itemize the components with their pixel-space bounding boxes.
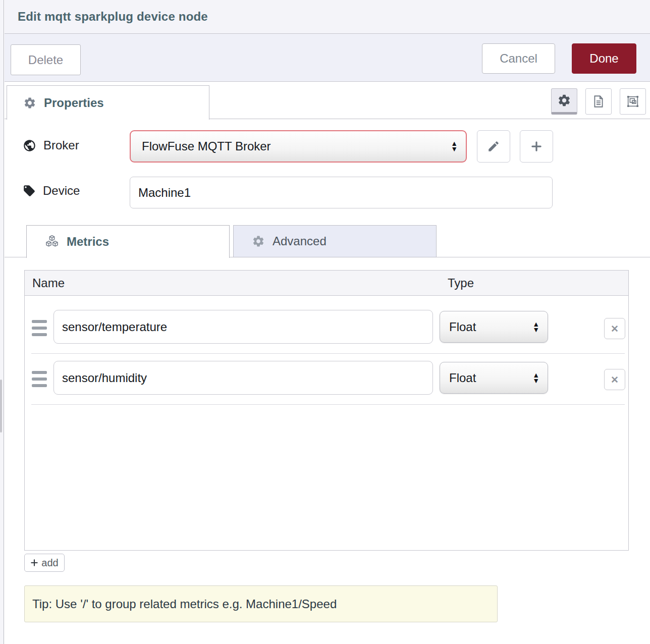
tab-properties-label: Properties	[44, 96, 104, 110]
column-header-type: Type	[448, 276, 474, 290]
metric-type-select[interactable]: Float ▲▼	[440, 362, 548, 394]
tip-text: Tip: Use '/' to group related metrics e.…	[32, 597, 337, 611]
metric-type-value: Float	[449, 371, 532, 385]
device-label: Device	[43, 184, 80, 198]
broker-label: Broker	[43, 138, 79, 152]
tag-icon	[23, 184, 36, 197]
device-label-row: Device	[23, 184, 80, 198]
metric-name-input[interactable]	[53, 361, 433, 395]
gear-icon	[23, 96, 36, 110]
metric-type-value: Float	[449, 320, 532, 334]
delete-button[interactable]: Delete	[11, 44, 81, 75]
globe-icon	[23, 139, 36, 152]
drag-handle[interactable]	[32, 371, 47, 387]
description-icon	[591, 94, 606, 109]
broker-select[interactable]: FlowFuse MQTT Broker ▲▼	[130, 130, 467, 163]
tab-metrics-label: Metrics	[67, 235, 109, 249]
metrics-rows: Float ▲▼ ✕ Float ▲▼ ✕	[25, 296, 628, 405]
close-icon: ✕	[611, 323, 619, 335]
select-arrows-icon: ▲▼	[532, 372, 539, 384]
select-arrows-icon: ▲▼	[451, 141, 458, 152]
add-metric-button[interactable]: add	[24, 554, 65, 572]
remove-row-button[interactable]: ✕	[604, 369, 625, 390]
broker-label-row: Broker	[23, 138, 79, 152]
tip-box: Tip: Use '/' to group related metrics e.…	[24, 585, 498, 622]
row-divider	[31, 404, 625, 405]
tab-advanced-label: Advanced	[273, 234, 327, 248]
tab-properties[interactable]: Properties	[7, 85, 209, 120]
cancel-button[interactable]: Cancel	[482, 43, 555, 74]
metric-type-select[interactable]: Float ▲▼	[440, 311, 548, 343]
broker-select-value: FlowFuse MQTT Broker	[142, 139, 451, 153]
properties-tray-button[interactable]	[551, 88, 577, 115]
remove-row-button[interactable]: ✕	[604, 318, 625, 339]
dialog-tabstrip: Properties	[5, 82, 650, 119]
drag-handle[interactable]	[32, 320, 47, 336]
cubes-icon	[45, 235, 59, 249]
metric-row: Float ▲▼ ✕	[25, 354, 628, 405]
dialog-buttonbar: Delete Cancel Done	[5, 34, 650, 82]
plus-icon	[30, 559, 38, 567]
done-button[interactable]: Done	[572, 43, 636, 74]
metric-row: Float ▲▼ ✕	[25, 303, 628, 354]
add-broker-button[interactable]	[520, 130, 553, 163]
select-arrows-icon: ▲▼	[532, 321, 539, 333]
tab-metrics[interactable]: Metrics	[26, 225, 230, 258]
gear-icon	[557, 93, 571, 108]
dialog-titlebar: Edit mqtt sparkplug device node	[5, 0, 650, 34]
description-tray-button[interactable]	[585, 88, 612, 115]
close-icon: ✕	[611, 374, 619, 386]
editor-left-edge	[0, 0, 4, 644]
edit-node-dialog: Edit mqtt sparkplug device node Delete C…	[5, 0, 650, 644]
tab-advanced[interactable]: Advanced	[233, 225, 437, 257]
metrics-table-header: Name Type	[25, 271, 628, 296]
metric-name-input[interactable]	[53, 310, 433, 344]
device-input[interactable]	[130, 177, 553, 208]
add-metric-label: add	[41, 557, 58, 569]
dialog-title: Edit mqtt sparkplug device node	[18, 10, 208, 24]
group-icon	[626, 94, 640, 109]
pencil-icon	[487, 140, 500, 153]
metrics-tabstrip: Metrics Advanced	[5, 225, 650, 257]
plus-icon	[530, 140, 543, 153]
edit-broker-button[interactable]	[477, 130, 510, 163]
column-header-name: Name	[25, 276, 65, 290]
scrollbar-thumb[interactable]	[0, 380, 2, 433]
metrics-table: Name Type Float ▲▼ ✕	[24, 270, 629, 551]
node-red-editor: Edit mqtt sparkplug device node Delete C…	[0, 0, 650, 644]
group-tray-button[interactable]	[620, 88, 646, 115]
gear-icon	[252, 235, 265, 248]
